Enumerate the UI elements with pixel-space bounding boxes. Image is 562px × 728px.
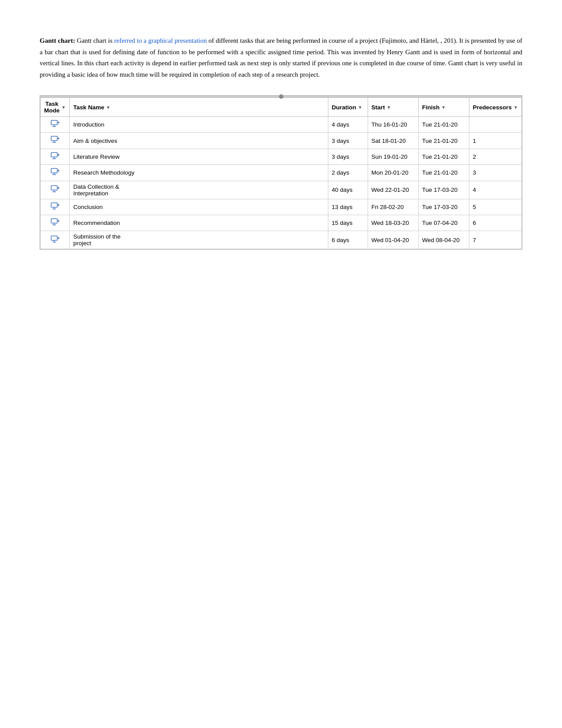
svg-rect-6 [51, 153, 57, 157]
task-mode-cell [41, 117, 70, 133]
gantt-chart-label: Gantt chart: [40, 37, 75, 44]
table-row: Submission of theproject6 daysWed 01-04-… [41, 231, 522, 249]
finish-arrow: ▼ [441, 105, 446, 110]
finish-cell: Wed 08-04-20 [418, 231, 469, 249]
col-header-start[interactable]: Start ▼ [368, 98, 418, 117]
predecessors-cell: 7 [469, 231, 521, 249]
task-mode-icon [50, 202, 60, 213]
task-mode-icon [50, 151, 60, 162]
task-name-cell: Literature Review [70, 149, 328, 164]
task-name-cell: Recommendation [70, 215, 328, 231]
gantt-table: TaskMode ▼ Task Name ▼ Duration ▼ [40, 97, 522, 249]
start-cell: Sat 18-01-20 [368, 133, 418, 149]
col-header-duration[interactable]: Duration ▼ [328, 98, 368, 117]
task-mode-icon [50, 119, 60, 130]
task-mode-cell [41, 181, 70, 199]
task-mode-cell [41, 199, 70, 215]
predecessors-cell: 6 [469, 215, 521, 231]
predecessors-cell [469, 117, 521, 133]
task-name-cell: Aim & objectives [70, 133, 328, 149]
duration-cell: 13 days [328, 199, 368, 215]
duration-cell: 3 days [328, 149, 368, 164]
duration-cell: 4 days [328, 117, 368, 133]
start-cell: Mon 20-01-20 [368, 165, 418, 181]
table-row: Aim & objectives3 daysSat 18-01-20Tue 21… [41, 133, 522, 149]
svg-rect-21 [51, 236, 57, 240]
table-row: Introduction4 daysThu 16-01-20Tue 21-01-… [41, 117, 522, 133]
task-mode-icon [50, 235, 60, 246]
predecessors-cell: 4 [469, 181, 521, 199]
start-cell: Sun 19-01-20 [368, 149, 418, 164]
table-row: Literature Review3 daysSun 19-01-20Tue 2… [41, 149, 522, 164]
table-header: TaskMode ▼ Task Name ▼ Duration ▼ [41, 98, 522, 117]
table-row: Research Methodology2 daysMon 20-01-20Tu… [41, 165, 522, 181]
task-mode-icon [50, 135, 60, 146]
finish-cell: Tue 17-03-20 [418, 199, 469, 215]
start-arrow: ▼ [387, 105, 391, 110]
task-name-cell: Introduction [70, 117, 328, 133]
intro-text: Gantt chart is [75, 37, 114, 44]
svg-rect-0 [51, 120, 57, 125]
main-paragraph: Gantt chart: Gantt chart is referred to … [40, 35, 522, 80]
predecessors-cell: 3 [469, 165, 521, 181]
duration-cell: 15 days [328, 215, 368, 231]
start-cell: Wed 22-01-20 [368, 181, 418, 199]
svg-rect-12 [51, 186, 57, 190]
table-row: Conclusion13 daysFri 28-02-20Tue 17-03-2… [41, 199, 522, 215]
duration-cell: 3 days [328, 133, 368, 149]
svg-rect-15 [51, 203, 57, 207]
link-text[interactable]: referred to a graphical presentation [114, 37, 207, 44]
gantt-table-wrapper: TaskMode ▼ Task Name ▼ Duration ▼ [40, 95, 522, 250]
predecessors-arrow: ▼ [514, 105, 518, 110]
task-mode-arrow: ▼ [61, 105, 66, 110]
table-row: Data Collection &Interpretation40 daysWe… [41, 181, 522, 199]
start-cell: Wed 01-04-20 [368, 231, 418, 249]
duration-arrow: ▼ [358, 105, 362, 110]
svg-rect-3 [51, 136, 57, 141]
col-header-finish[interactable]: Finish ▼ [418, 98, 469, 117]
task-mode-cell [41, 149, 70, 164]
predecessors-cell: 1 [469, 133, 521, 149]
task-mode-cell [41, 215, 70, 231]
task-name-arrow: ▼ [106, 105, 110, 110]
table-body: Introduction4 daysThu 16-01-20Tue 21-01-… [41, 117, 522, 249]
col-header-task-mode[interactable]: TaskMode ▼ [41, 98, 70, 117]
svg-rect-9 [51, 168, 57, 173]
task-mode-icon [50, 217, 60, 228]
duration-cell: 2 days [328, 165, 368, 181]
start-cell: Wed 18-03-20 [368, 215, 418, 231]
finish-cell: Tue 21-01-20 [418, 149, 469, 164]
start-cell: Fri 28-02-20 [368, 199, 418, 215]
task-mode-icon [50, 184, 60, 195]
start-cell: Thu 16-01-20 [368, 117, 418, 133]
duration-cell: 40 days [328, 181, 368, 199]
task-name-cell: Submission of theproject [70, 231, 328, 249]
duration-cell: 6 days [328, 231, 368, 249]
task-name-cell: Data Collection &Interpretation [70, 181, 328, 199]
task-mode-cell [41, 231, 70, 249]
svg-rect-18 [51, 219, 57, 223]
predecessors-cell: 2 [469, 149, 521, 164]
finish-cell: Tue 21-01-20 [418, 133, 469, 149]
task-mode-cell [41, 165, 70, 181]
table-row: Recommendation15 daysWed 18-03-20Tue 07-… [41, 215, 522, 231]
finish-cell: Tue 21-01-20 [418, 165, 469, 181]
task-mode-icon [50, 167, 60, 178]
col-header-predecessors[interactable]: Predecessors ▼ [469, 98, 521, 117]
finish-cell: Tue 17-03-20 [418, 181, 469, 199]
task-name-cell: Research Methodology [70, 165, 328, 181]
finish-cell: Tue 07-04-20 [418, 215, 469, 231]
finish-cell: Tue 21-01-20 [418, 117, 469, 133]
predecessors-cell: 5 [469, 199, 521, 215]
task-name-cell: Conclusion [70, 199, 328, 215]
col-header-task-name[interactable]: Task Name ▼ [70, 98, 328, 117]
task-mode-cell [41, 133, 70, 149]
